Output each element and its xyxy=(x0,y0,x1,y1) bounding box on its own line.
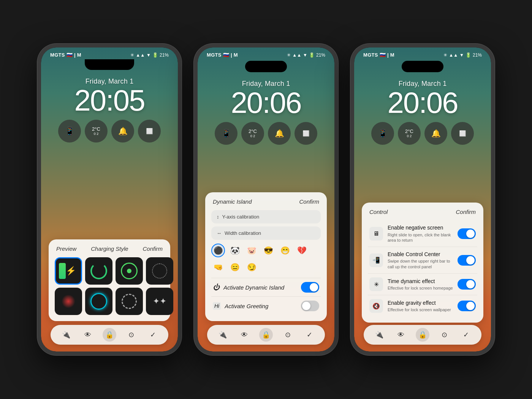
widgets-row-1: 📱 2°C 0 2 🔔 ◻️ xyxy=(41,120,178,142)
charging-item-8[interactable]: ✦✦ xyxy=(146,288,173,315)
toolbar-sun-btn-2[interactable]: ⊙ xyxy=(281,328,294,342)
toolbar-plug-btn-2[interactable]: 🔌 xyxy=(216,328,230,342)
charging-item-2[interactable] xyxy=(85,257,112,285)
toolbar-sun-btn-1[interactable]: ⊙ xyxy=(124,328,138,342)
negative-screen-icon: 🖥 xyxy=(373,230,379,237)
toggle-knob-time xyxy=(466,280,475,288)
status-icons-3: ✳ ▲▲ ▼ 🔋 21% xyxy=(443,52,482,58)
ring-anim-icon xyxy=(90,263,107,279)
control-item-time-effect: ✳ Time dynamic effect Effective for lock… xyxy=(368,274,477,295)
activate-greeting-toggle[interactable] xyxy=(301,301,319,311)
width-row[interactable]: ↔ Width calibration xyxy=(211,226,321,240)
control-center-toggle[interactable] xyxy=(458,255,476,266)
activate-di-label: ⏻ Activate Dynamic Island xyxy=(213,283,284,291)
charge-icon-1: ⚡ xyxy=(66,266,76,276)
toolbar-eye-btn-1[interactable]: 👁 xyxy=(81,328,95,342)
negative-screen-toggle[interactable] xyxy=(458,228,476,239)
toolbar-check-btn-2[interactable]: ✓ xyxy=(302,328,316,342)
charging-item-5[interactable] xyxy=(55,288,82,315)
dynamic-island-2 xyxy=(245,61,287,72)
power-button-2[interactable] xyxy=(337,104,338,127)
power-button[interactable] xyxy=(181,104,182,127)
charging-confirm-label[interactable]: Confirm xyxy=(142,245,163,252)
gravity-toggle[interactable] xyxy=(458,301,476,311)
phone-widget-icon-2: 📱 xyxy=(222,129,231,138)
toggle-knob-negative xyxy=(466,230,475,238)
battery-icon-2: 🔋 xyxy=(309,52,315,58)
emoji-smirk[interactable]: 😏 xyxy=(245,260,258,274)
time-effect-subtitle: Effective for lock screen homepage xyxy=(388,285,453,291)
volume-down-button[interactable] xyxy=(37,116,38,130)
status-icons-2: ✳ ▲▲ ▼ 🔋 21% xyxy=(287,52,325,58)
battery-percent-1: 21% xyxy=(160,52,169,58)
status-bar-2: MGTS 🇷🇺 | M ✳ ▲▲ ▼ 🔋 21% xyxy=(198,48,334,59)
di-confirm-label[interactable]: Confirm xyxy=(299,198,319,205)
notif-widget-icon: 🔔 xyxy=(118,127,128,136)
wifi-icon: ▼ xyxy=(146,52,151,58)
dynamic-island-panel: Dynamic Island Confirm ↕ Y-axis calibrat… xyxy=(205,192,327,321)
control-confirm-label[interactable]: Confirm xyxy=(456,209,476,215)
app-widget-icon: ◻️ xyxy=(145,127,154,136)
volume-up-button-3[interactable] xyxy=(350,97,351,111)
emoji-broken-heart[interactable]: 💔 xyxy=(295,244,309,257)
bottom-toolbar-2: 🔌 👁 🔒 ⊙ ✓ xyxy=(207,325,325,345)
activate-di-toggle[interactable] xyxy=(301,282,319,293)
charging-item-6[interactable] xyxy=(85,288,112,315)
notch-1 xyxy=(85,59,134,70)
volume-down-button-3[interactable] xyxy=(350,116,351,130)
toolbar-plug-btn-1[interactable]: 🔌 xyxy=(59,328,73,342)
volume-down-button-2[interactable] xyxy=(194,116,195,130)
battery-icon: 🔋 xyxy=(152,52,158,58)
widget-app-1: ◻️ xyxy=(138,120,161,142)
emoji-pig[interactable]: 🐷 xyxy=(245,244,258,257)
toolbar-lock-btn-1[interactable]: 🔒 xyxy=(103,328,116,342)
control-item-control-center: 📲 Enable Control Center Swipe down the u… xyxy=(368,247,477,274)
negative-screen-title: Enable negative screen xyxy=(388,224,453,231)
emoji-expressionless[interactable]: 😑 xyxy=(228,260,242,274)
status-bar-1: MGTS 🇷🇺 | M ✳ ▲▲ ▼ 🔋 21% xyxy=(41,48,178,59)
control-panel-header: Control Confirm xyxy=(368,209,477,215)
volume-up-button[interactable] xyxy=(37,97,38,111)
time-effect-icon-box: ✳ xyxy=(369,277,383,291)
notif-widget-icon-3: 🔔 xyxy=(431,129,441,138)
emoji-grin[interactable]: 😁 xyxy=(278,244,292,257)
inner-dot xyxy=(127,269,131,273)
hi-toggle-icon: Hi xyxy=(213,302,221,310)
dots-anim-icon xyxy=(152,263,167,279)
toolbar-eye-btn-3[interactable]: 👁 xyxy=(394,328,408,342)
lock-time-3: 20:06 xyxy=(354,88,491,117)
y-axis-row[interactable]: ↕ Y-axis calibration xyxy=(211,210,321,223)
width-label: Width calibration xyxy=(225,230,261,236)
charging-item-1[interactable]: ⚡ xyxy=(55,257,82,285)
widget-notif-3: 🔔 xyxy=(424,122,447,145)
toolbar-check-btn-3[interactable]: ✓ xyxy=(459,328,473,342)
app-widget-icon-2: ◻️ xyxy=(301,129,311,138)
time-effect-icon: ✳ xyxy=(374,281,379,288)
lock-content-1: Friday, March 1 20:05 xyxy=(41,70,178,115)
toolbar-plug-btn-3[interactable]: 🔌 xyxy=(372,328,386,342)
toolbar-lock-btn-3[interactable]: 🔒 xyxy=(416,328,429,342)
phone-body-2: MGTS 🇷🇺 | M ✳ ▲▲ ▼ 🔋 21% Friday, March 1… xyxy=(194,44,338,355)
volume-up-button-2[interactable] xyxy=(194,97,195,111)
negative-screen-icon-box: 🖥 xyxy=(369,227,383,241)
control-center-icon: 📲 xyxy=(372,256,380,264)
emoji-row: ⚫ 🐼 🐷 😎 😁 💔 🤜 😑 😏 xyxy=(211,244,321,274)
emoji-black-circle[interactable]: ⚫ xyxy=(211,244,225,257)
emoji-fist[interactable]: 🤜 xyxy=(211,260,225,274)
charging-item-4[interactable] xyxy=(146,257,173,285)
power-button-3[interactable] xyxy=(494,104,495,127)
toolbar-eye-btn-2[interactable]: 👁 xyxy=(238,328,251,342)
toolbar-lock-btn-2[interactable]: 🔒 xyxy=(259,328,273,342)
charging-title-label: Charging Style xyxy=(91,245,128,252)
gravity-title: Enable gravity effect xyxy=(388,299,453,306)
toggle-knob-gravity xyxy=(466,302,475,310)
charging-item-7[interactable] xyxy=(116,288,143,315)
charging-item-3[interactable] xyxy=(116,257,143,285)
time-effect-toggle[interactable] xyxy=(458,279,476,290)
toolbar-sun-btn-3[interactable]: ⊙ xyxy=(437,328,451,342)
toggle-knob-cc xyxy=(466,256,475,264)
emoji-sunglasses[interactable]: 😎 xyxy=(261,244,275,257)
toolbar-check-btn-1[interactable]: ✓ xyxy=(146,328,160,342)
lock-content-2: Friday, March 1 20:06 xyxy=(198,72,334,117)
emoji-panda[interactable]: 🐼 xyxy=(228,244,242,257)
